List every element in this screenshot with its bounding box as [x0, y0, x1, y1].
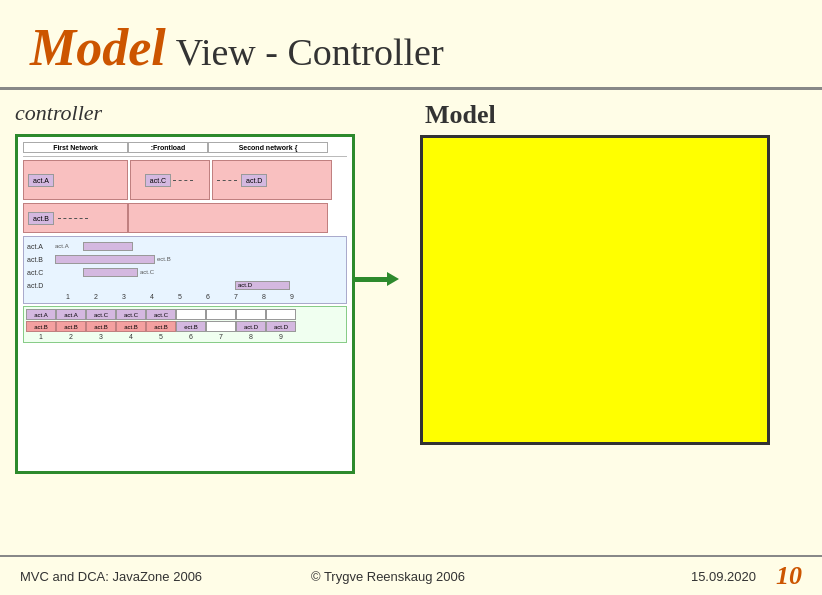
tl-label-actD: act.D — [27, 282, 55, 289]
tn-6: 6 — [194, 293, 222, 300]
activities-row-top: act.A act.C act.D — [23, 160, 347, 200]
gn-9: 9 — [266, 333, 296, 340]
model-panel-label: Model — [420, 100, 496, 130]
tl-ectB-label: ect.B — [157, 256, 171, 262]
g-empty1 — [176, 309, 206, 320]
timeline-actC: act.C act.C — [27, 266, 343, 278]
tl-label-actC: act.C — [27, 269, 55, 276]
gantt-numbers: 1 2 3 4 5 6 7 8 9 — [26, 333, 344, 340]
tn-8: 8 — [250, 293, 278, 300]
tn-2: 2 — [82, 293, 110, 300]
tn-4: 4 — [138, 293, 166, 300]
actC-box: act.C — [145, 174, 171, 187]
g-actA1: act.A — [26, 309, 56, 320]
header: Model View - Controller — [0, 0, 822, 87]
timeline-actD: act.D act.D — [27, 279, 343, 291]
tl-bar-actC — [83, 268, 138, 277]
tl-label-actA2: act.A — [55, 243, 83, 249]
gantt-row-1: act.A act.A act.C act.C act.C — [26, 309, 344, 320]
g-actB2: act.B — [56, 321, 86, 332]
tl-label-actA: act.A — [27, 243, 55, 250]
tn-1: 1 — [54, 293, 82, 300]
main-content: controller First Network :Frontload Seco… — [0, 90, 822, 535]
second-actD: act.D — [212, 160, 332, 200]
network-diagram: First Network :Frontload Second network … — [15, 134, 355, 474]
tl-actD-label-inner: act.D — [238, 282, 252, 288]
right-panel: Model — [370, 90, 822, 535]
g-actC1: act.C — [86, 309, 116, 320]
g-actC3: act.C — [146, 309, 176, 320]
footer-date: 15.09.2020 — [511, 569, 756, 584]
gn-2: 2 — [56, 333, 86, 340]
actB-box: act.B — [28, 212, 54, 225]
gn-8: 8 — [236, 333, 266, 340]
tn-9: 9 — [278, 293, 306, 300]
page-title-subtitle: View - Controller — [176, 30, 444, 74]
frontload-header: :Frontload — [128, 142, 208, 153]
arrow-line — [352, 277, 390, 282]
timeline-actB: act.B ect.B — [27, 253, 343, 265]
arrow-head — [387, 272, 399, 286]
left-panel: controller First Network :Frontload Seco… — [0, 90, 370, 535]
actB-area: act.B — [23, 203, 128, 233]
diagram-headers: First Network :Frontload Second network … — [23, 142, 347, 157]
timeline-actA: act.A act.A — [27, 240, 343, 252]
tn-5: 5 — [166, 293, 194, 300]
gantt-section: act.A act.A act.C act.C act.C act.B act.… — [23, 306, 347, 343]
gn-4: 4 — [116, 333, 146, 340]
timeline-numbers: 1 2 3 4 5 6 7 8 9 — [27, 293, 343, 300]
g-empty4 — [266, 309, 296, 320]
actB-extension — [128, 203, 328, 233]
first-network-header: First Network — [23, 142, 128, 153]
gn-6: 6 — [176, 333, 206, 340]
activities-row-actB: act.B — [23, 203, 347, 233]
tn-7: 7 — [222, 293, 250, 300]
controller-label: controller — [15, 100, 360, 126]
gn-7: 7 — [206, 333, 236, 340]
timeline-section: act.A act.A act.B ect.B act.C act.C — [23, 236, 347, 304]
tl-bar-actA — [83, 242, 133, 251]
first-network-actA: act.A — [23, 160, 128, 200]
g-actB1: act.B — [26, 321, 56, 332]
g-empty2 — [206, 309, 236, 320]
model-yellow-box — [420, 135, 770, 445]
page-title-model: Model — [30, 18, 166, 77]
g-actB4: act.B — [116, 321, 146, 332]
g-actB5: act.B — [146, 321, 176, 332]
gn-1: 1 — [26, 333, 56, 340]
front-actC: act.C — [130, 160, 210, 200]
actD-box: act.D — [241, 174, 267, 187]
g-empty3 — [236, 309, 266, 320]
footer-page-number: 10 — [776, 561, 802, 591]
tn-3: 3 — [110, 293, 138, 300]
tl-label-actB: act.B — [27, 256, 55, 263]
footer-left-text: MVC and DCA: JavaZone 2006 — [20, 569, 265, 584]
tl-bar-actD: act.D — [235, 281, 290, 290]
tl-bar-actB — [55, 255, 155, 264]
gn-5: 5 — [146, 333, 176, 340]
actA-box: act.A — [28, 174, 54, 187]
g-ectB: ect.B — [176, 321, 206, 332]
gn-3: 3 — [86, 333, 116, 340]
gantt-row-2: act.B act.B act.B act.B act.B ect.B act.… — [26, 321, 344, 332]
footer: MVC and DCA: JavaZone 2006 © Trygve Reen… — [0, 555, 822, 595]
g-actB3: act.B — [86, 321, 116, 332]
g-actD2: act.D — [266, 321, 296, 332]
second-network-header: Second network { — [208, 142, 328, 153]
g-actC2: act.C — [116, 309, 146, 320]
g-empty5 — [206, 321, 236, 332]
g-actD1: act.D — [236, 321, 266, 332]
footer-copyright: © Trygve Reenskaug 2006 — [265, 569, 510, 584]
tl-actC-label: act.C — [140, 269, 154, 275]
g-actA2: act.A — [56, 309, 86, 320]
